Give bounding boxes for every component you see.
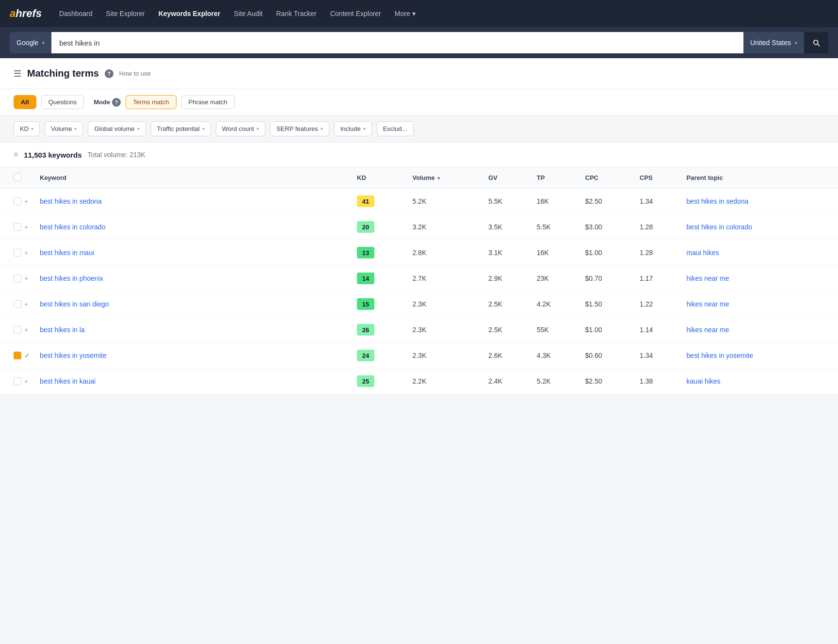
keyword-link[interactable]: best hikes in kauai <box>40 377 96 385</box>
nav-site-audit[interactable]: Site Audit <box>228 6 268 21</box>
keyword-link[interactable]: best hikes in maui <box>40 249 94 257</box>
kd-cell: 24 <box>352 343 407 369</box>
table-row: + best hikes in colorado 20 3.2K 3.5K 5.… <box>0 214 838 240</box>
plus-icon[interactable]: + <box>24 223 28 231</box>
country-dropdown[interactable]: United States ▾ <box>743 32 804 53</box>
row-checkbox[interactable] <box>14 377 21 385</box>
row-checkbox[interactable] <box>14 352 21 359</box>
filter-exclude[interactable]: Exclud... <box>377 121 414 136</box>
row-controls-cell: ✓ <box>0 343 35 369</box>
col-kd[interactable]: KD <box>352 167 407 189</box>
drag-icon[interactable]: ≡ <box>14 150 18 159</box>
search-button[interactable] <box>804 32 828 53</box>
nav-site-explorer[interactable]: Site Explorer <box>100 6 151 21</box>
parent-topic-cell: best hikes in colorado <box>682 214 838 240</box>
col-tp[interactable]: TP <box>532 167 580 189</box>
filter-volume[interactable]: Volume ▾ <box>45 121 83 136</box>
filter-serp-features[interactable]: SERP features ▾ <box>270 121 329 136</box>
kd-badge: 26 <box>357 324 374 336</box>
hamburger-icon[interactable]: ☰ <box>14 68 21 79</box>
col-gv[interactable]: GV <box>483 167 532 189</box>
cpc-cell: $1.00 <box>580 317 635 343</box>
nav-rank-tracker[interactable]: Rank Tracker <box>270 6 322 21</box>
keyword-link[interactable]: best hikes in colorado <box>40 223 105 231</box>
col-parent-topic[interactable]: Parent topic <box>682 167 838 189</box>
filter-include-label: Include <box>340 125 361 132</box>
tab-all[interactable]: All <box>14 95 36 109</box>
col-volume[interactable]: Volume ▾ <box>407 167 483 189</box>
cpc-cell: $3.00 <box>580 214 635 240</box>
chevron-down-icon: ▾ <box>412 10 416 17</box>
filter-word-count[interactable]: Word count ▾ <box>216 121 265 136</box>
parent-topic-link[interactable]: maui hikes <box>687 249 719 257</box>
table-row: + best hikes in kauai 25 2.2K 2.4K 5.2K … <box>0 369 838 394</box>
row-checkbox[interactable] <box>14 300 21 308</box>
row-controls-cell: + <box>0 240 35 266</box>
plus-icon[interactable]: + <box>24 274 28 282</box>
col-checkbox <box>0 167 35 189</box>
tp-cell: 4.2K <box>532 291 580 317</box>
search-input[interactable] <box>51 32 743 53</box>
cps-cell: 1.14 <box>635 317 682 343</box>
phrase-match-button[interactable]: Phrase match <box>181 95 235 109</box>
parent-topic-cell: best hikes in yosemite <box>682 343 838 369</box>
plus-icon[interactable]: + <box>24 197 28 205</box>
nav-keywords-explorer[interactable]: Keywords Explorer <box>153 6 226 21</box>
cpc-cell: $1.00 <box>580 240 635 266</box>
engine-label: Google <box>16 39 38 47</box>
keyword-link[interactable]: best hikes in phoenix <box>40 274 103 282</box>
row-checkbox[interactable] <box>14 326 21 334</box>
filter-wc-label: Word count <box>222 125 254 132</box>
check-icon[interactable]: ✓ <box>24 352 30 359</box>
filter-volume-label: Volume <box>51 125 72 132</box>
row-checkbox[interactable] <box>14 197 21 205</box>
keyword-link[interactable]: best hikes in san diego <box>40 300 109 308</box>
kd-cell: 41 <box>352 189 407 214</box>
row-checkbox[interactable] <box>14 274 21 282</box>
nav-content-explorer[interactable]: Content Explorer <box>324 6 387 21</box>
filter-traffic-potential[interactable]: Traffic potential ▾ <box>151 121 211 136</box>
keyword-link[interactable]: best hikes in yosemite <box>40 352 107 359</box>
parent-topic-link[interactable]: hikes near me <box>687 300 729 308</box>
plus-icon[interactable]: + <box>24 377 28 385</box>
terms-match-button[interactable]: Terms match <box>126 95 176 109</box>
row-checkbox[interactable] <box>14 223 21 231</box>
parent-topic-link[interactable]: best hikes in colorado <box>687 223 752 231</box>
include-arrow-icon: ▾ <box>363 126 366 131</box>
help-icon[interactable]: ? <box>105 69 113 78</box>
nav-dashboard[interactable]: Dashboard <box>53 6 98 21</box>
filter-kd[interactable]: KD ▾ <box>14 121 40 136</box>
col-cps[interactable]: CPS <box>635 167 682 189</box>
keyword-link[interactable]: best hikes in la <box>40 326 85 334</box>
parent-topic-link[interactable]: best hikes in yosemite <box>687 352 754 359</box>
filter-tabs: All Questions Mode ? Terms match Phrase … <box>0 89 838 115</box>
keyword-link[interactable]: best hikes in sedona <box>40 197 102 205</box>
nav-more-label: More <box>395 10 410 17</box>
volume-arrow-icon: ▾ <box>74 126 77 131</box>
row-checkbox[interactable] <box>14 249 21 257</box>
filter-global-volume[interactable]: Global volume ▾ <box>88 121 145 136</box>
parent-topic-link[interactable]: hikes near me <box>687 326 729 334</box>
tab-questions[interactable]: Questions <box>41 95 84 109</box>
tp-cell: 16K <box>532 189 580 214</box>
plus-icon[interactable]: + <box>24 300 28 308</box>
tp-arrow-icon: ▾ <box>202 126 205 131</box>
select-all-checkbox[interactable] <box>14 173 21 181</box>
tp-cell: 5.5K <box>532 214 580 240</box>
nav-more[interactable]: More ▾ <box>389 6 421 21</box>
how-to-use-link[interactable]: How to use <box>119 70 151 77</box>
logo[interactable]: ahrefs <box>10 7 42 20</box>
parent-topic-link[interactable]: kauai hikes <box>687 377 721 385</box>
col-keyword[interactable]: Keyword <box>35 167 352 189</box>
parent-topic-link[interactable]: best hikes in sedona <box>687 197 749 205</box>
col-cpc[interactable]: CPC <box>580 167 635 189</box>
plus-icon[interactable]: + <box>24 249 28 257</box>
parent-topic-link[interactable]: hikes near me <box>687 274 729 282</box>
cps-cell: 1.38 <box>635 369 682 394</box>
plus-icon[interactable]: + <box>24 326 28 334</box>
engine-dropdown[interactable]: Google ▾ <box>10 32 51 53</box>
mode-help-icon[interactable]: ? <box>112 98 121 107</box>
filter-include[interactable]: Include ▾ <box>334 121 372 136</box>
country-arrow-icon: ▾ <box>795 40 797 46</box>
table-header: Keyword KD Volume ▾ GV TP CPC CPS Parent… <box>0 167 838 189</box>
